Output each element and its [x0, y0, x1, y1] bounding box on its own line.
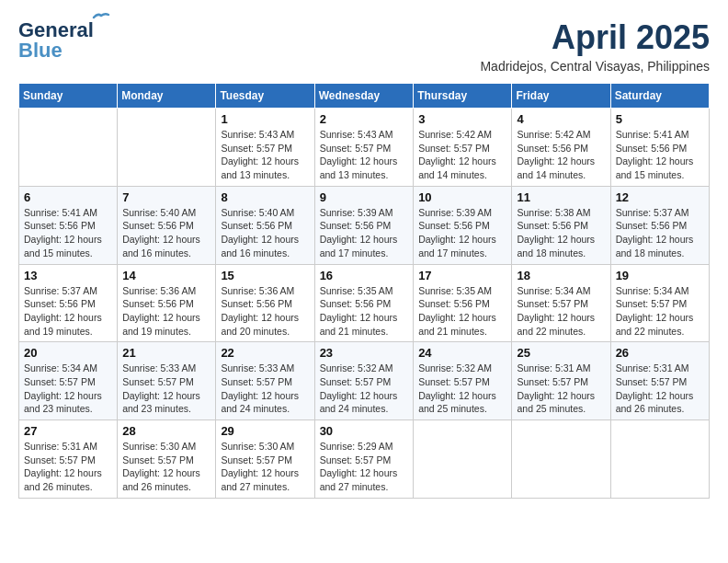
calendar-week-4: 20Sunrise: 5:34 AM Sunset: 5:57 PM Dayli… [19, 342, 710, 420]
day-number: 7 [122, 190, 210, 204]
calendar-table: SundayMondayTuesdayWednesdayThursdayFrid… [18, 83, 710, 499]
logo: General Blue [18, 18, 94, 63]
calendar-cell: 2Sunrise: 5:43 AM Sunset: 5:57 PM Daylig… [314, 109, 414, 187]
calendar-cell: 12Sunrise: 5:37 AM Sunset: 5:56 PM Dayli… [610, 186, 709, 264]
day-number: 4 [517, 112, 605, 126]
day-info: Sunrise: 5:41 AM Sunset: 5:56 PM Dayligh… [616, 128, 704, 182]
day-info: Sunrise: 5:36 AM Sunset: 5:56 PM Dayligh… [221, 284, 309, 339]
day-number: 27 [24, 424, 112, 438]
calendar-cell: 15Sunrise: 5:36 AM Sunset: 5:56 PM Dayli… [216, 264, 314, 342]
calendar-week-2: 6Sunrise: 5:41 AM Sunset: 5:56 PM Daylig… [19, 186, 710, 264]
day-info: Sunrise: 5:32 AM Sunset: 5:57 PM Dayligh… [320, 362, 409, 416]
calendar-cell [414, 420, 512, 499]
day-number: 22 [221, 346, 309, 360]
header-friday: Friday [512, 84, 610, 109]
calendar-cell: 27Sunrise: 5:31 AM Sunset: 5:57 PM Dayli… [19, 420, 118, 499]
day-number: 10 [418, 190, 506, 204]
calendar-cell: 4Sunrise: 5:42 AM Sunset: 5:56 PM Daylig… [512, 109, 610, 187]
header-saturday: Saturday [610, 84, 709, 109]
calendar-cell: 10Sunrise: 5:39 AM Sunset: 5:56 PM Dayli… [414, 186, 512, 264]
day-info: Sunrise: 5:38 AM Sunset: 5:56 PM Dayligh… [517, 206, 605, 260]
day-info: Sunrise: 5:41 AM Sunset: 5:56 PM Dayligh… [24, 206, 112, 260]
calendar-cell: 24Sunrise: 5:32 AM Sunset: 5:57 PM Dayli… [414, 342, 512, 420]
calendar-week-5: 27Sunrise: 5:31 AM Sunset: 5:57 PM Dayli… [19, 420, 710, 499]
calendar-week-3: 13Sunrise: 5:37 AM Sunset: 5:56 PM Dayli… [19, 264, 710, 342]
day-info: Sunrise: 5:33 AM Sunset: 5:57 PM Dayligh… [122, 362, 210, 416]
day-info: Sunrise: 5:34 AM Sunset: 5:57 PM Dayligh… [616, 284, 704, 339]
day-info: Sunrise: 5:31 AM Sunset: 5:57 PM Dayligh… [616, 362, 704, 416]
day-number: 17 [418, 269, 506, 282]
calendar-cell: 28Sunrise: 5:30 AM Sunset: 5:57 PM Dayli… [118, 420, 216, 499]
calendar-week-1: 1Sunrise: 5:43 AM Sunset: 5:57 PM Daylig… [19, 109, 710, 187]
calendar-cell: 8Sunrise: 5:40 AM Sunset: 5:56 PM Daylig… [216, 186, 314, 264]
day-number: 28 [122, 424, 210, 438]
day-number: 20 [24, 346, 112, 360]
day-info: Sunrise: 5:31 AM Sunset: 5:57 PM Dayligh… [24, 440, 112, 494]
calendar-cell: 6Sunrise: 5:41 AM Sunset: 5:56 PM Daylig… [19, 186, 118, 264]
day-number: 5 [616, 112, 704, 126]
day-number: 26 [616, 346, 704, 360]
day-number: 1 [221, 112, 309, 126]
calendar-cell: 3Sunrise: 5:42 AM Sunset: 5:57 PM Daylig… [414, 109, 512, 187]
calendar-cell: 23Sunrise: 5:32 AM Sunset: 5:57 PM Dayli… [314, 342, 414, 420]
day-info: Sunrise: 5:40 AM Sunset: 5:56 PM Dayligh… [122, 206, 210, 260]
calendar-cell: 19Sunrise: 5:34 AM Sunset: 5:57 PM Dayli… [610, 264, 709, 342]
day-info: Sunrise: 5:33 AM Sunset: 5:57 PM Dayligh… [221, 362, 309, 416]
day-info: Sunrise: 5:42 AM Sunset: 5:56 PM Dayligh… [517, 128, 605, 182]
day-number: 18 [517, 269, 605, 282]
day-info: Sunrise: 5:40 AM Sunset: 5:56 PM Dayligh… [221, 206, 309, 260]
day-number: 6 [24, 190, 112, 204]
day-info: Sunrise: 5:37 AM Sunset: 5:56 PM Dayligh… [24, 284, 112, 339]
calendar-cell [512, 420, 610, 499]
header-monday: Monday [118, 84, 216, 109]
calendar-cell: 13Sunrise: 5:37 AM Sunset: 5:56 PM Dayli… [19, 264, 118, 342]
day-info: Sunrise: 5:32 AM Sunset: 5:57 PM Dayligh… [418, 362, 506, 416]
calendar-cell: 5Sunrise: 5:41 AM Sunset: 5:56 PM Daylig… [610, 109, 709, 187]
day-info: Sunrise: 5:35 AM Sunset: 5:56 PM Dayligh… [418, 284, 506, 339]
calendar-cell [19, 109, 118, 187]
day-info: Sunrise: 5:37 AM Sunset: 5:56 PM Dayligh… [616, 206, 704, 260]
day-info: Sunrise: 5:30 AM Sunset: 5:57 PM Dayligh… [122, 440, 210, 494]
calendar-cell: 25Sunrise: 5:31 AM Sunset: 5:57 PM Dayli… [512, 342, 610, 420]
day-number: 3 [418, 112, 506, 126]
day-info: Sunrise: 5:43 AM Sunset: 5:57 PM Dayligh… [221, 128, 309, 182]
month-year-title: April 2025 [480, 18, 710, 57]
calendar-header-row: SundayMondayTuesdayWednesdayThursdayFrid… [19, 84, 710, 109]
location-subtitle: Madridejos, Central Visayas, Philippines [480, 59, 710, 74]
day-info: Sunrise: 5:34 AM Sunset: 5:57 PM Dayligh… [517, 284, 605, 339]
day-info: Sunrise: 5:35 AM Sunset: 5:56 PM Dayligh… [320, 284, 409, 339]
day-number: 23 [320, 346, 409, 360]
day-number: 29 [221, 424, 309, 438]
calendar-cell: 14Sunrise: 5:36 AM Sunset: 5:56 PM Dayli… [118, 264, 216, 342]
calendar-cell: 16Sunrise: 5:35 AM Sunset: 5:56 PM Dayli… [314, 264, 414, 342]
calendar-cell: 22Sunrise: 5:33 AM Sunset: 5:57 PM Dayli… [216, 342, 314, 420]
calendar-cell: 11Sunrise: 5:38 AM Sunset: 5:56 PM Dayli… [512, 186, 610, 264]
day-info: Sunrise: 5:34 AM Sunset: 5:57 PM Dayligh… [24, 362, 112, 416]
calendar-cell [610, 420, 709, 499]
title-block: April 2025 Madridejos, Central Visayas, … [480, 18, 710, 74]
calendar-cell: 1Sunrise: 5:43 AM Sunset: 5:57 PM Daylig… [216, 109, 314, 187]
header-wednesday: Wednesday [314, 84, 414, 109]
calendar-cell: 20Sunrise: 5:34 AM Sunset: 5:57 PM Dayli… [19, 342, 118, 420]
calendar-cell: 7Sunrise: 5:40 AM Sunset: 5:56 PM Daylig… [118, 186, 216, 264]
header-sunday: Sunday [19, 84, 118, 109]
day-number: 11 [517, 190, 605, 204]
calendar-cell: 29Sunrise: 5:30 AM Sunset: 5:57 PM Dayli… [216, 420, 314, 499]
day-info: Sunrise: 5:36 AM Sunset: 5:56 PM Dayligh… [122, 284, 210, 339]
calendar-cell: 30Sunrise: 5:29 AM Sunset: 5:57 PM Dayli… [314, 420, 414, 499]
day-number: 13 [24, 269, 112, 282]
day-info: Sunrise: 5:39 AM Sunset: 5:56 PM Dayligh… [320, 206, 409, 260]
calendar-cell: 9Sunrise: 5:39 AM Sunset: 5:56 PM Daylig… [314, 186, 414, 264]
day-number: 19 [616, 269, 704, 282]
day-number: 30 [320, 424, 409, 438]
page-header: General Blue April 2025 Madridejos, Cent… [18, 18, 710, 74]
calendar-cell: 17Sunrise: 5:35 AM Sunset: 5:56 PM Dayli… [414, 264, 512, 342]
day-number: 2 [320, 112, 409, 126]
day-info: Sunrise: 5:31 AM Sunset: 5:57 PM Dayligh… [517, 362, 605, 416]
calendar-cell: 18Sunrise: 5:34 AM Sunset: 5:57 PM Dayli… [512, 264, 610, 342]
day-info: Sunrise: 5:42 AM Sunset: 5:57 PM Dayligh… [418, 128, 506, 182]
calendar-cell: 21Sunrise: 5:33 AM Sunset: 5:57 PM Dayli… [118, 342, 216, 420]
day-number: 9 [320, 190, 409, 204]
day-number: 25 [517, 346, 605, 360]
logo-general: General [18, 18, 94, 41]
